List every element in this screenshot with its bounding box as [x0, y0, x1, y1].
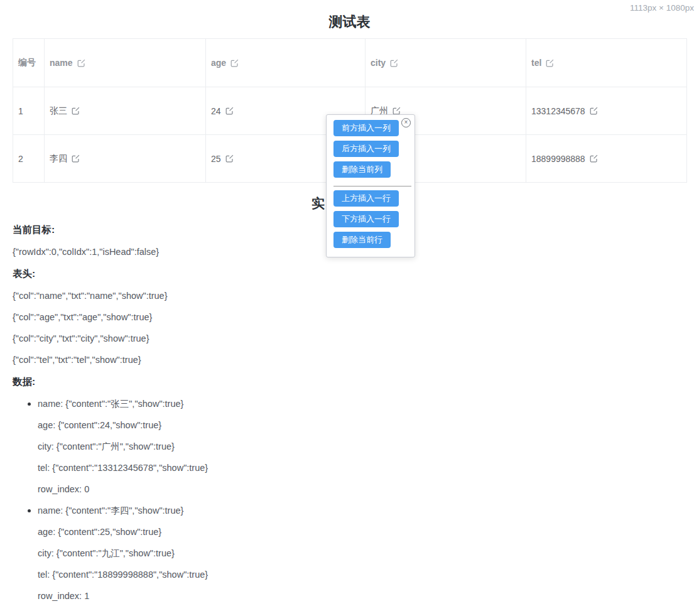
debug-info-panel: 当前目标: {"rowIdx":0,"colIdx":1,"isHead":fa…	[13, 223, 699, 602]
column-header-label: city	[371, 58, 386, 68]
edit-icon[interactable]	[590, 107, 598, 115]
viewport-size-label: 1113px × 1080px	[630, 3, 694, 13]
edit-icon[interactable]	[230, 59, 239, 67]
data-json-line: city: {"content":"广州","show":true}	[38, 440, 699, 453]
edit-icon[interactable]	[225, 154, 234, 163]
row-number-cell: 1	[13, 87, 45, 135]
row-number-cell: 2	[13, 135, 45, 183]
data-list-item: name: {"content":"张三","show":true} age: …	[38, 397, 699, 495]
insert-column-after-button[interactable]: 后方插入一列	[333, 141, 399, 157]
cell-text: 25	[211, 154, 221, 164]
column-header-label: age	[211, 58, 226, 68]
column-header-city[interactable]: city	[366, 39, 526, 87]
table-head-heading: 表头:	[13, 267, 699, 280]
cell-text: 1	[18, 106, 23, 116]
data-heading: 数据:	[13, 375, 699, 388]
edit-icon[interactable]	[72, 154, 80, 163]
column-header-tel[interactable]: tel	[526, 39, 687, 87]
column-header-label: 编号	[18, 57, 36, 68]
data-list: name: {"content":"张三","show":true} age: …	[13, 397, 699, 602]
column-header-label: tel	[531, 58, 541, 68]
data-json-line: name: {"content":"张三","show":true}	[38, 397, 699, 410]
edit-icon[interactable]	[390, 59, 398, 67]
column-header-age[interactable]: age	[206, 39, 366, 87]
insert-row-above-button[interactable]: 上方插入一行	[333, 190, 399, 207]
data-json-line: tel: {"content":"18899998888","show":tru…	[38, 568, 699, 581]
delete-current-column-button[interactable]: 删除当前列	[333, 161, 391, 178]
edit-icon[interactable]	[77, 59, 85, 67]
edit-icon[interactable]	[546, 59, 554, 67]
data-json-line: age: {"content":25,"show":true}	[38, 526, 699, 538]
edit-icon[interactable]	[225, 107, 234, 115]
edit-icon[interactable]	[590, 154, 598, 163]
data-json-line: city: {"content":"九江","show":true}	[38, 547, 699, 559]
header-json-line: {"col":"age","txt":"age","show":true}	[13, 311, 699, 323]
column-header-index: 编号	[13, 39, 45, 87]
data-json-line: tel: {"content":"13312345678","show":tru…	[38, 462, 699, 474]
column-header-name[interactable]: name	[45, 39, 206, 87]
header-json-line: {"col":"tel","txt":"tel","show":true}	[13, 354, 699, 366]
delete-current-row-button[interactable]: 删除当前行	[333, 232, 391, 248]
column-header-label: name	[50, 58, 73, 68]
cell-text: 李四	[50, 153, 67, 165]
cell-text: 24	[211, 106, 221, 116]
cell-action-popup: × 前方插入一列 后方插入一列 删除当前列 上方插入一行 下方插入一行 删除当前…	[326, 114, 415, 257]
header-json-line: {"col":"name","txt":"name","show":true}	[13, 289, 699, 302]
close-icon[interactable]: ×	[401, 118, 411, 127]
data-json-line: row_index: 0	[38, 483, 699, 495]
cell-text: 2	[18, 154, 23, 164]
popup-divider	[333, 186, 411, 186]
page-title: 测试表	[0, 13, 699, 31]
cell-text: 13312345678	[531, 106, 585, 116]
data-json-line: name: {"content":"李四","show":true}	[38, 504, 699, 517]
cell-text: 18899998888	[531, 154, 585, 164]
data-json-line: row_index: 1	[38, 590, 699, 602]
cell-name[interactable]: 李四	[45, 135, 206, 183]
table-header-row: 编号 name age city tel	[13, 39, 687, 87]
cell-tel[interactable]: 13312345678	[526, 87, 687, 135]
cell-tel[interactable]: 18899998888	[526, 135, 687, 183]
insert-column-before-button[interactable]: 前方插入一列	[333, 120, 399, 136]
header-json-line: {"col":"city","txt":"city","show":true}	[13, 332, 699, 345]
data-list-item: name: {"content":"李四","show":true} age: …	[38, 504, 699, 602]
cell-text: 张三	[50, 105, 67, 117]
insert-row-below-button[interactable]: 下方插入一行	[333, 211, 399, 227]
edit-icon[interactable]	[72, 107, 80, 115]
partially-hidden-heading: 实	[312, 195, 325, 212]
cell-name[interactable]: 张三	[45, 87, 206, 135]
data-json-line: age: {"content":24,"show":true}	[38, 419, 699, 431]
